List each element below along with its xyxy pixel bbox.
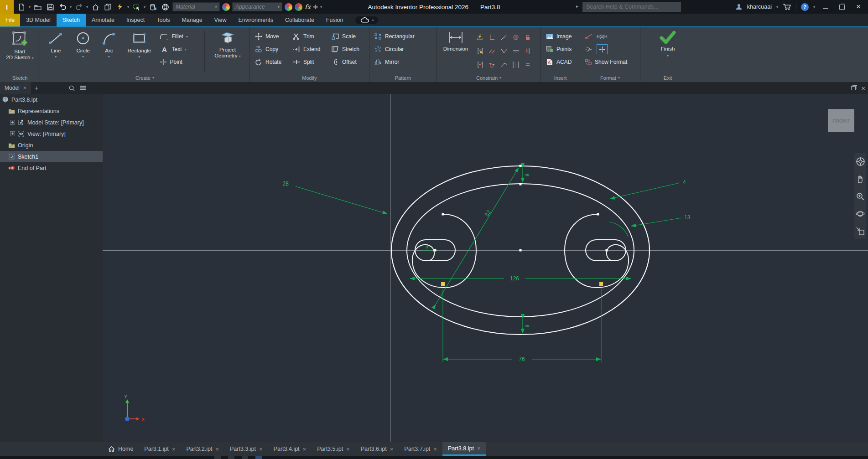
doc-tab-part3-2[interactable]: Part3.2.ipt× [181,442,224,456]
point-ellipse-top[interactable] [520,165,522,167]
equal-constraint-icon[interactable] [522,58,534,72]
tab-sketch[interactable]: Sketch [57,14,86,26]
color-wheel-icon[interactable] [222,3,230,11]
select-button[interactable] [131,2,141,12]
clear-appearance-icon[interactable] [295,3,302,11]
start-2d-sketch-button[interactable]: Start 2D Sketch ▾ [4,30,35,62]
doc-tab-part3-7[interactable]: Part3.7.ipt× [399,442,442,456]
close-tab-icon[interactable]: × [259,446,263,453]
redo-button[interactable] [74,2,84,12]
panel-label-create[interactable]: Create▾ [40,73,249,82]
insert-image-button[interactable]: Image [544,31,577,42]
browser-tab-close-icon[interactable]: × [23,85,26,91]
tab-manage[interactable]: Manage [176,14,208,26]
user-dropdown-icon[interactable]: ▾ [776,5,778,9]
add-browser-tab-button[interactable]: + [35,84,38,92]
rectangle-button[interactable]: Rectangle▾ [121,30,157,61]
search-input[interactable] [586,4,677,10]
close-tab-icon[interactable]: × [477,445,481,452]
circle-button[interactable]: Circle▾ [70,30,97,61]
circular-pattern-button[interactable]: Circular [372,44,431,55]
expand-view-icon[interactable]: + [10,131,15,136]
smooth-constraint-icon[interactable] [498,58,510,72]
browser-search-icon[interactable] [68,85,75,92]
point-button[interactable]: Point [158,57,201,67]
browser-menu-icon[interactable] [80,86,86,90]
offset-button[interactable]: Offset [329,57,366,67]
centerline-icon[interactable] [585,46,592,52]
browser-node-representations[interactable]: Representations [0,105,103,117]
dim-13-text[interactable]: 13 [684,214,691,221]
view-cube[interactable]: FRONT [828,109,854,132]
doc-close-button[interactable]: × [861,84,865,92]
browser-node-view[interactable]: + View: [Primary] [0,128,103,139]
qat-add-icon[interactable]: ✚ [313,4,318,10]
point-left-pocket-top[interactable] [442,213,444,216]
perpendicular-constraint-icon[interactable] [486,31,498,44]
orbit-icon[interactable] [856,209,865,218]
save-button[interactable] [45,2,55,12]
copy-button[interactable]: Copy [253,44,289,55]
tab-file[interactable]: File [0,14,20,26]
appearance-select[interactable]: Appearance▾ [232,2,282,11]
rectangular-pattern-button[interactable]: Rectangular [372,31,431,42]
dim-28-leader[interactable] [296,186,387,214]
update-dropdown-icon[interactable]: ▾ [127,5,129,9]
tab-view[interactable]: View [208,14,233,26]
doc-tab-home[interactable]: Home [103,442,139,456]
user-avatar-icon[interactable] [735,3,743,10]
tangent-lines-constraint-icon[interactable] [498,44,510,58]
tab-inspect[interactable]: Inspect [120,14,151,26]
point-inner-ellipse-top[interactable] [520,183,522,186]
qat-customize-icon[interactable]: ▾ [320,5,322,9]
dim-28-text[interactable]: 28 [283,181,289,187]
panel-label-constrain[interactable]: Constrain▾ [437,73,541,82]
doc-tab-part3-8[interactable]: Part3.8.ipt× [442,442,486,456]
dim-9-top-text[interactable]: 9 [525,174,530,176]
left-pocket-profile[interactable] [412,214,476,288]
fusion-cloud-icon[interactable]: ▾ [355,16,378,24]
doc-tab-part3-1[interactable]: Par3.1.ipt× [139,442,181,456]
close-tab-icon[interactable]: × [346,446,350,453]
split-button[interactable]: Split [291,57,327,67]
right-pocket-profile[interactable] [565,214,629,288]
doc-tab-part3-6[interactable]: Part3.6.ipt× [355,442,399,456]
mirror-button[interactable]: Mirror [372,57,431,67]
browser-node-sketch1[interactable]: Sketch1 [0,151,103,162]
parameters-fx-button[interactable]: fx [305,3,311,10]
minimize-button[interactable] [820,1,832,12]
iproperties-button[interactable] [103,2,113,12]
open-button[interactable] [33,2,43,12]
scale-button[interactable]: Scale [329,31,366,42]
navigation-wheel-icon[interactable] [856,157,865,166]
project-geometry-button[interactable]: Project Geometry ▾ [208,30,247,60]
close-tab-icon[interactable]: × [215,446,219,453]
look-at-icon[interactable] [856,227,865,236]
close-tab-icon[interactable]: × [390,446,394,453]
vertical-constraint-icon[interactable] [522,44,534,58]
browser-node-end-of-part[interactable]: End of Part [0,162,103,174]
tab-annotate[interactable]: Annotate [86,14,120,26]
finish-sketch-button[interactable]: Finish ▾ [658,30,678,60]
panel-label-format[interactable]: Format▾ [580,73,640,82]
fx-dimension-icon[interactable]: H(x)H [597,34,608,39]
new-file-dropdown-icon[interactable]: ▾ [29,5,31,9]
dim-126-text[interactable]: 126 [510,275,519,282]
new-file-button[interactable] [16,2,26,12]
adjust-appearance-icon[interactable] [285,3,292,11]
auto-dimension-icon[interactable] [474,31,486,44]
home-button[interactable] [90,2,100,12]
tab-3d-model[interactable]: 3D Model [20,14,57,26]
tab-tools[interactable]: Tools [151,14,176,26]
pan-icon[interactable] [856,175,865,184]
close-tab-icon[interactable]: × [172,446,176,453]
lock-constraint-icon[interactable] [522,31,534,44]
material-select[interactable]: Material▾ [172,2,220,11]
line-button[interactable]: Line▾ [43,30,69,61]
undo-button[interactable] [57,2,68,12]
appearance-sphere-icon[interactable] [160,2,170,12]
select-dropdown-icon[interactable]: ▾ [144,5,146,9]
dim-82-text[interactable]: 82 [483,209,492,217]
point-sketch-center[interactable] [520,249,522,252]
dimension-button[interactable]: Dimension [440,30,472,53]
